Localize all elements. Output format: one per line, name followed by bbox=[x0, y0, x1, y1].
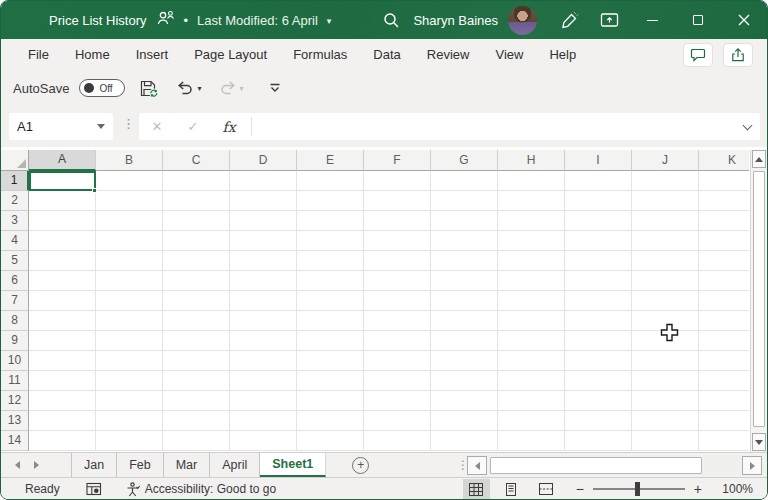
page-layout-view-button[interactable] bbox=[498, 479, 525, 499]
sheet-tab-feb[interactable]: Feb bbox=[117, 453, 164, 477]
autosave-toggle[interactable]: Off bbox=[79, 79, 125, 97]
row-header-14[interactable]: 14 bbox=[1, 431, 29, 451]
column-header-D[interactable]: D bbox=[230, 150, 297, 171]
zoom-in-button[interactable]: + bbox=[694, 481, 702, 497]
scroll-up-icon bbox=[755, 157, 763, 162]
formula-bar: ✕ ✓ fx bbox=[139, 113, 760, 140]
menu-tab-review[interactable]: Review bbox=[414, 39, 483, 70]
share-icon bbox=[730, 47, 746, 63]
user-avatar[interactable] bbox=[508, 6, 537, 35]
zoom-slider-thumb[interactable] bbox=[635, 482, 640, 496]
row-header-2[interactable]: 2 bbox=[1, 191, 29, 211]
zoom-out-button[interactable]: − bbox=[576, 481, 584, 497]
expand-formula-bar-icon[interactable] bbox=[734, 125, 760, 129]
close-button[interactable] bbox=[721, 1, 767, 39]
zoom-level[interactable]: 100% bbox=[711, 482, 753, 496]
row-header-9[interactable]: 9 bbox=[1, 331, 29, 351]
normal-view-icon bbox=[469, 483, 483, 496]
formula-input[interactable] bbox=[256, 113, 734, 140]
horizontal-scrollbar-thumb[interactable] bbox=[490, 457, 702, 474]
user-name[interactable]: Sharyn Baines bbox=[413, 13, 498, 28]
column-header-K[interactable]: K bbox=[699, 150, 749, 171]
ink-pen-icon[interactable] bbox=[549, 1, 589, 39]
zoom-slider[interactable] bbox=[593, 488, 685, 490]
formula-bar-divider bbox=[251, 117, 252, 136]
column-header-A[interactable]: A bbox=[29, 150, 96, 171]
sheet-tab-jan[interactable]: Jan bbox=[71, 453, 117, 477]
macro-record-button[interactable] bbox=[86, 482, 102, 496]
formula-bar-drag-handle[interactable]: ⋮ bbox=[122, 116, 135, 131]
insert-function-button[interactable]: fx bbox=[211, 119, 247, 135]
customize-quick-access-button[interactable] bbox=[265, 83, 285, 93]
new-sheet-button[interactable]: + bbox=[352, 457, 369, 474]
tab-scroll-right-icon[interactable] bbox=[34, 461, 39, 469]
hscroll-left-button[interactable] bbox=[467, 456, 487, 475]
normal-view-button[interactable] bbox=[463, 479, 490, 499]
row-header-1[interactable]: 1 bbox=[1, 171, 29, 191]
comments-button[interactable] bbox=[683, 43, 713, 67]
column-header-H[interactable]: H bbox=[498, 150, 565, 171]
sheet-tab-april[interactable]: April bbox=[210, 453, 260, 477]
menu-tab-insert[interactable]: Insert bbox=[123, 39, 182, 70]
column-header-C[interactable]: C bbox=[163, 150, 230, 171]
search-icon[interactable] bbox=[382, 11, 400, 29]
autosave-label: AutoSave bbox=[13, 81, 69, 96]
accessibility-text: Accessibility: Good to go bbox=[145, 482, 276, 496]
row-header-10[interactable]: 10 bbox=[1, 351, 29, 371]
sheet-tab-mar[interactable]: Mar bbox=[164, 453, 211, 477]
column-header-J[interactable]: J bbox=[632, 150, 699, 171]
row-header-3[interactable]: 3 bbox=[1, 211, 29, 231]
row-header-13[interactable]: 13 bbox=[1, 411, 29, 431]
column-header-E[interactable]: E bbox=[297, 150, 364, 171]
menu-tab-formulas[interactable]: Formulas bbox=[280, 39, 360, 70]
menu-tab-file[interactable]: File bbox=[15, 39, 62, 70]
undo-dropdown-icon[interactable]: ▾ bbox=[197, 84, 201, 93]
title-dropdown-icon[interactable]: ▾ bbox=[327, 14, 332, 26]
menu-tab-home[interactable]: Home bbox=[62, 39, 123, 70]
minimize-button[interactable] bbox=[629, 1, 675, 39]
row-header-5[interactable]: 5 bbox=[1, 251, 29, 271]
enter-button[interactable]: ✓ bbox=[175, 119, 211, 134]
menu-tab-page-layout[interactable]: Page Layout bbox=[181, 39, 280, 70]
tab-scroll-left-icon[interactable] bbox=[15, 461, 20, 469]
column-header-F[interactable]: F bbox=[364, 150, 431, 171]
fill-handle[interactable] bbox=[92, 188, 97, 193]
page-break-preview-button[interactable] bbox=[533, 479, 560, 499]
excel-window: Price List History • Last Modified: 6 Ap… bbox=[0, 0, 768, 500]
maximize-button[interactable] bbox=[675, 1, 721, 39]
sheet-tab-sheet1[interactable]: Sheet1 bbox=[260, 453, 326, 477]
name-box[interactable]: A1 bbox=[9, 113, 113, 140]
row-header-8[interactable]: 8 bbox=[1, 311, 29, 331]
column-header-B[interactable]: B bbox=[96, 150, 163, 171]
menu-tab-help[interactable]: Help bbox=[536, 39, 589, 70]
row-header-11[interactable]: 11 bbox=[1, 371, 29, 391]
vertical-scrollbar-thumb[interactable] bbox=[753, 171, 765, 427]
accessibility-status[interactable]: Accessibility: Good to go bbox=[126, 482, 276, 497]
row-header-6[interactable]: 6 bbox=[1, 271, 29, 291]
cancel-button[interactable]: ✕ bbox=[139, 119, 175, 134]
undo-button[interactable]: ▾ bbox=[173, 81, 205, 96]
row-header-12[interactable]: 12 bbox=[1, 391, 29, 411]
active-cell-selection[interactable] bbox=[29, 171, 96, 191]
last-modified-label[interactable]: Last Modified: 6 April bbox=[197, 13, 318, 28]
coauthors-icon[interactable] bbox=[156, 10, 175, 30]
hscroll-right-button[interactable] bbox=[742, 456, 762, 475]
vertical-scrollbar[interactable] bbox=[750, 150, 767, 452]
cell-grid[interactable] bbox=[29, 171, 749, 451]
row-header-7[interactable]: 7 bbox=[1, 291, 29, 311]
redo-button[interactable]: ▾ bbox=[215, 81, 247, 96]
ribbon-display-options-icon[interactable] bbox=[589, 1, 629, 39]
menu-tab-data[interactable]: Data bbox=[360, 39, 413, 70]
zoom-control: − + 100% bbox=[576, 481, 753, 497]
column-header-G[interactable]: G bbox=[431, 150, 498, 171]
select-all-button[interactable] bbox=[1, 150, 29, 171]
menu-tab-view[interactable]: View bbox=[482, 39, 536, 70]
column-header-I[interactable]: I bbox=[565, 150, 632, 171]
name-box-dropdown-icon[interactable] bbox=[97, 124, 105, 129]
share-button[interactable] bbox=[723, 43, 753, 67]
save-button[interactable] bbox=[135, 79, 163, 98]
row-header-4[interactable]: 4 bbox=[1, 231, 29, 251]
scroll-down-button[interactable] bbox=[752, 433, 766, 451]
document-title[interactable]: Price List History bbox=[49, 13, 147, 28]
scroll-up-button[interactable] bbox=[752, 150, 766, 168]
